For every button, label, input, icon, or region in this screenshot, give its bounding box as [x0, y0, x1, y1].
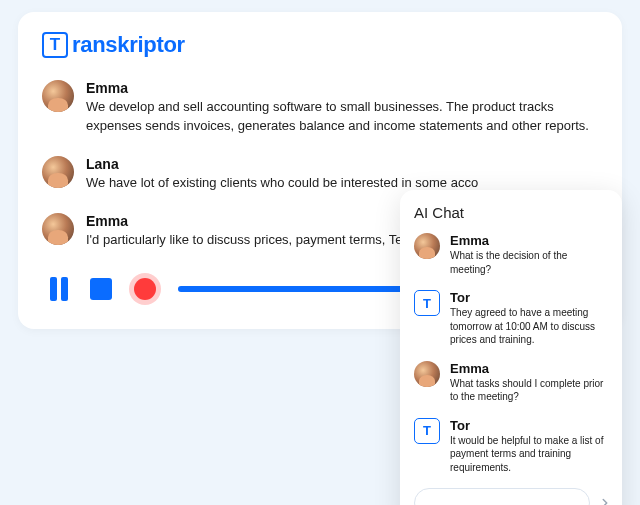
chat-text: What is the decision of the meeting? [450, 249, 608, 276]
chat-message: Emma What is the decision of the meeting… [414, 233, 608, 276]
chat-message: T Tor They agreed to have a meeting tomo… [414, 290, 608, 347]
chat-sender: Tor [450, 290, 608, 305]
chat-text: What tasks should I complete prior to th… [450, 377, 608, 404]
ai-chat-panel: AI Chat Emma What is the decision of the… [400, 190, 622, 505]
chat-sender: Tor [450, 418, 608, 433]
bot-avatar-icon: T [414, 290, 440, 316]
avatar [414, 361, 440, 387]
transcript-entry: Emma We develop and sell accounting soft… [42, 80, 598, 136]
avatar [42, 213, 74, 245]
brand-name: ranskriptor [72, 32, 185, 58]
chat-input-row [414, 488, 608, 505]
avatar [414, 233, 440, 259]
brand-logo: T ranskriptor [42, 32, 598, 58]
chevron-right-icon [598, 496, 612, 505]
speaker-name: Lana [86, 156, 598, 172]
avatar [42, 80, 74, 112]
chat-text: They agreed to have a meeting tomorrow a… [450, 306, 608, 347]
progress-fill [178, 286, 425, 292]
pause-icon [50, 277, 57, 301]
chat-message: Emma What tasks should I complete prior … [414, 361, 608, 404]
chat-sender: Emma [450, 233, 608, 248]
chat-text: It would be helpful to make a list of pa… [450, 434, 608, 475]
chat-input[interactable] [414, 488, 590, 505]
pause-button[interactable] [50, 277, 68, 301]
stop-button[interactable] [90, 278, 112, 300]
chat-sender: Emma [450, 361, 608, 376]
avatar [42, 156, 74, 188]
pause-icon [61, 277, 68, 301]
chat-title: AI Chat [414, 204, 608, 221]
record-button[interactable] [134, 278, 156, 300]
transcript-text: We develop and sell accounting software … [86, 98, 598, 136]
bot-avatar-icon: T [414, 418, 440, 444]
send-button[interactable] [598, 489, 612, 505]
speaker-name: Emma [86, 80, 598, 96]
brand-icon: T [42, 32, 68, 58]
transcript-entry: Lana We have lot of existing clients who… [42, 156, 598, 193]
chat-message: T Tor It would be helpful to make a list… [414, 418, 608, 475]
